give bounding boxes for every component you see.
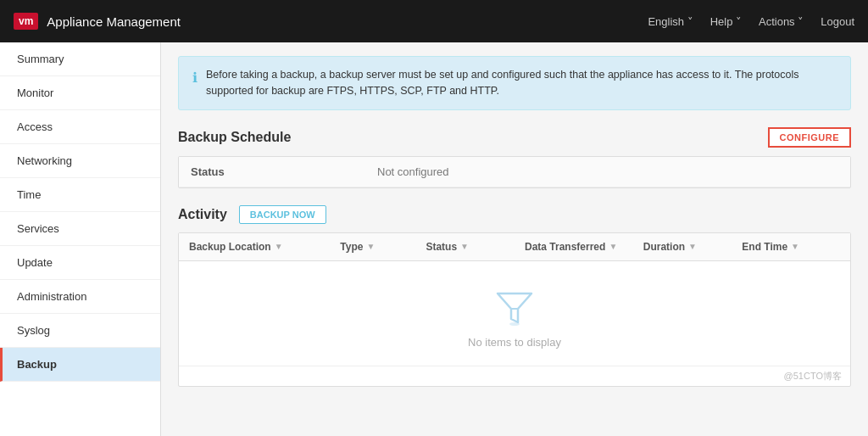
app-title: Appliance Management [47,14,181,29]
help-menu[interactable]: Help ˅ [710,15,742,28]
col-backup-location: Backup Location ▼ [179,233,330,260]
layout: Summary Monitor Access Networking Time S… [0,42,868,436]
sidebar-item-summary[interactable]: Summary [0,42,160,76]
funnel-icon [494,287,535,327]
col-status: Status ▼ [415,233,515,260]
sidebar-item-monitor[interactable]: Monitor [0,76,160,110]
no-items-text: No items to display [468,336,561,349]
backup-schedule-table: Status Not configured [178,156,851,188]
schedule-status-row: Status Not configured [179,157,850,187]
watermark: @51CTO博客 [179,366,850,386]
sidebar: Summary Monitor Access Networking Time S… [0,42,161,436]
activity-table: Backup Location ▼ Type ▼ Status ▼ Data T… [178,232,851,387]
activity-column-headers: Backup Location ▼ Type ▼ Status ▼ Data T… [179,233,850,261]
sidebar-item-time[interactable]: Time [0,178,160,212]
actions-menu[interactable]: Actions ˅ [759,15,804,28]
header-right: English ˅ Help ˅ Actions ˅ Logout [648,15,854,28]
sidebar-item-update[interactable]: Update [0,246,160,280]
sidebar-item-services[interactable]: Services [0,212,160,246]
info-banner: ℹ Before taking a backup, a backup serve… [178,56,851,110]
configure-button[interactable]: CONFIGURE [768,127,852,148]
svg-point-2 [509,322,520,326]
backup-now-button[interactable]: BACKUP NOW [239,205,326,224]
sidebar-item-syslog[interactable]: Syslog [0,314,160,348]
main-content: ℹ Before taking a backup, a backup serve… [161,42,868,436]
col-type: Type ▼ [330,233,415,260]
header-left: vm Appliance Management [14,13,181,30]
filter-icon-data[interactable]: ▼ [609,242,617,251]
col-data-transferred: Data Transferred ▼ [515,233,633,260]
filter-icon-status[interactable]: ▼ [460,242,469,251]
logout-button[interactable]: Logout [821,15,854,28]
filter-icon-duration[interactable]: ▼ [688,242,697,251]
status-value: Not configured [365,157,850,187]
vm-logo: vm [14,13,38,30]
header: vm Appliance Management English ˅ Help ˅… [0,0,868,42]
language-selector[interactable]: English ˅ [648,15,693,28]
activity-header: Activity BACKUP NOW [178,205,851,224]
filter-icon-type[interactable]: ▼ [366,242,375,251]
info-icon: ℹ [192,68,198,88]
col-end-time: End Time ▼ [732,233,850,260]
sidebar-item-administration[interactable]: Administration [0,280,160,314]
backup-schedule-header: Backup Schedule CONFIGURE [178,127,851,148]
status-label: Status [179,157,365,187]
sidebar-item-networking[interactable]: Networking [0,144,160,178]
sidebar-item-access[interactable]: Access [0,110,160,144]
filter-icon-endtime[interactable]: ▼ [791,242,799,251]
info-banner-text: Before taking a backup, a backup server … [206,67,837,99]
sidebar-item-backup[interactable]: Backup [0,348,160,382]
col-duration: Duration ▼ [633,233,732,260]
filter-icon-loc[interactable]: ▼ [275,242,283,251]
activity-title: Activity [178,207,227,222]
backup-schedule-title: Backup Schedule [178,130,291,145]
no-items-area: No items to display [179,261,850,366]
